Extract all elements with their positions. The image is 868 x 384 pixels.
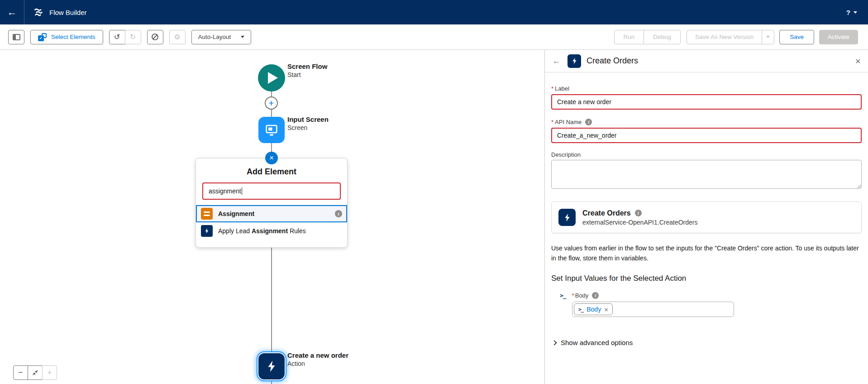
start-node-label: Screen Flow Start	[287, 62, 327, 79]
redo-icon: ↻	[130, 33, 136, 41]
info-icon[interactable]: i	[335, 210, 342, 217]
layout-selector-label: Auto-Layout	[198, 34, 231, 40]
activate-button[interactable]: Activate	[819, 30, 858, 44]
screen-icon	[264, 123, 279, 137]
api-name-field-input[interactable]	[551, 128, 862, 143]
remove-pill-icon[interactable]: ×	[604, 306, 608, 313]
canvas-zoom-controls: − +	[13, 365, 57, 380]
top-header: ← Flow Builder ?	[0, 0, 868, 24]
undo-button[interactable]: ↺	[109, 30, 125, 44]
action-bolt-icon	[201, 225, 213, 237]
chevron-down-icon	[854, 11, 857, 14]
minus-icon: −	[19, 368, 23, 377]
screen-node-label: Input Screen Screen	[287, 115, 329, 132]
panel-close-button[interactable]: ×	[855, 56, 861, 66]
flow-builder-app: ← Flow Builder ? ✓ Select Elements	[0, 0, 868, 384]
chevron-down-icon	[241, 36, 244, 38]
toolbar-actions: Run Debug Save As New Version Save Activ…	[614, 30, 858, 44]
label-field-input[interactable]	[551, 94, 862, 110]
run-button[interactable]: Run	[614, 30, 644, 44]
assignment-icon	[201, 208, 213, 220]
select-elements-button[interactable]: ✓ Select Elements	[30, 30, 103, 44]
element-search-input[interactable]: assignment	[202, 182, 341, 200]
zoom-out-button[interactable]: −	[13, 365, 28, 380]
toolbar: ✓ Select Elements ↺ ↻ ⚙ Auto-Layout Run …	[0, 24, 868, 50]
add-element-popup: Add Element assignment Assignment i Appl	[196, 158, 348, 248]
flow-builder-logo-icon	[33, 7, 44, 18]
show-advanced-options-toggle[interactable]: Show advanced options	[551, 339, 862, 346]
screen-node[interactable]	[258, 117, 285, 143]
ban-icon	[151, 33, 159, 41]
help-icon: ?	[846, 9, 850, 16]
layout-selector[interactable]: Auto-Layout	[191, 30, 252, 44]
panel-body: *Label *API Name i Description Cr	[545, 85, 868, 346]
label-field-label: *Label	[551, 85, 862, 92]
action-bolt-icon	[558, 209, 576, 226]
pill-label: Body	[587, 306, 601, 313]
required-asterisk: *	[551, 119, 553, 125]
redo-button[interactable]: ↻	[125, 30, 141, 44]
action-node-label: Create a new order Action	[287, 351, 348, 368]
plus-icon: +	[268, 98, 274, 108]
select-elements-icon: ✓	[38, 33, 47, 41]
settings-button[interactable]: ⚙	[169, 30, 186, 44]
action-bolt-icon	[265, 360, 278, 373]
action-node-selected[interactable]	[258, 353, 285, 379]
flow-canvas[interactable]: Screen Flow Start + Input Screen Screen …	[0, 50, 544, 384]
back-arrow-icon: ←	[552, 56, 561, 66]
close-icon: ×	[855, 56, 861, 66]
info-icon[interactable]: i	[592, 292, 599, 299]
start-node[interactable]	[258, 64, 285, 91]
back-button[interactable]: ←	[0, 0, 24, 24]
zoom-fit-button[interactable]	[28, 365, 43, 380]
add-element-button[interactable]: +	[265, 96, 278, 110]
action-help-text: Use values from earlier in the flow to s…	[551, 243, 862, 263]
play-icon	[268, 72, 278, 84]
app-brand: Flow Builder	[33, 7, 87, 18]
required-asterisk: *	[551, 85, 553, 92]
code-prompt-icon: >_	[560, 292, 566, 299]
body-field-label-row: >_ *Body i	[560, 292, 862, 299]
code-prompt-icon: >_	[578, 307, 583, 312]
back-arrow-icon: ←	[7, 6, 17, 18]
chevron-down-icon	[766, 36, 770, 38]
save-button[interactable]: Save	[779, 30, 814, 44]
search-value: assignment	[209, 187, 241, 195]
panel-back-button[interactable]: ←	[552, 56, 561, 66]
body-value-pill[interactable]: >_ Body ×	[574, 303, 613, 315]
zoom-in-button[interactable]: +	[42, 365, 57, 380]
gear-icon: ⚙	[174, 33, 180, 41]
api-name-field-label: *API Name i	[551, 119, 862, 125]
fit-to-view-icon	[32, 370, 38, 376]
action-card-api-name: externalService-OpenAPI1.CreateOrders	[582, 219, 697, 226]
save-as-new-version-button[interactable]: Save As New Version	[687, 30, 762, 44]
x-icon: ×	[269, 154, 274, 163]
popup-title: Add Element	[196, 167, 347, 177]
select-elements-label: Select Elements	[51, 34, 95, 40]
required-asterisk: *	[572, 292, 574, 299]
result-assignment[interactable]: Assignment i	[196, 205, 347, 222]
chevron-right-icon	[552, 340, 557, 345]
info-icon[interactable]: i	[585, 119, 592, 125]
search-results-list: Assignment i Apply Lead Assignment Rules	[196, 205, 347, 240]
text-caret	[242, 187, 242, 195]
view-warnings-button[interactable]	[147, 30, 163, 44]
body-field-input[interactable]: >_ Body ×	[572, 302, 734, 317]
description-field-textarea[interactable]	[551, 160, 862, 189]
panel-title: Create Orders	[587, 56, 638, 66]
action-bolt-icon	[568, 54, 581, 68]
undo-icon: ↺	[114, 33, 120, 41]
save-as-dropdown-button[interactable]	[762, 30, 774, 44]
info-icon[interactable]: i	[635, 210, 642, 216]
help-menu[interactable]: ?	[846, 0, 857, 24]
close-add-element-button[interactable]: ×	[265, 152, 278, 164]
description-field-label: Description	[551, 151, 862, 158]
result-apply-lead-assignment-rules[interactable]: Apply Lead Assignment Rules	[196, 222, 347, 240]
left-panel-icon	[13, 34, 20, 40]
property-panel: ← Create Orders × *Label *API Name i Des…	[544, 50, 868, 384]
toggle-panel-button[interactable]	[8, 30, 24, 44]
panel-header: ← Create Orders ×	[545, 50, 868, 72]
debug-button[interactable]: Debug	[644, 30, 681, 44]
app-title: Flow Builder	[49, 9, 87, 16]
plus-icon: +	[48, 368, 52, 377]
